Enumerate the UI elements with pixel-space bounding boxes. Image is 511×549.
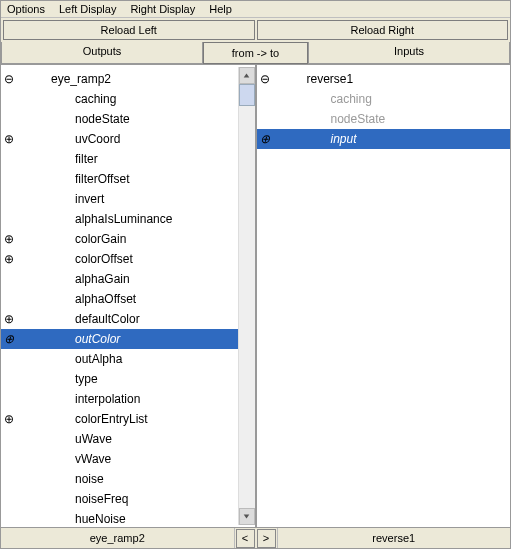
attr-row[interactable]: hueNoise [1,509,238,527]
attr-label: noiseFreq [17,489,128,509]
attr-row[interactable]: caching [257,89,511,109]
tree-node[interactable]: ⊖reverse1 [257,69,511,89]
expand-icon[interactable]: ⊕ [1,129,17,149]
right-panel: ⊖reverse1cachingnodeState⊕input [256,65,511,527]
attr-label: input [273,129,357,149]
attr-row[interactable]: uWave [1,429,238,449]
expand-icon[interactable]: ⊕ [1,409,17,429]
outputs-header: Outputs [1,42,203,64]
attr-row[interactable]: interpolation [1,389,238,409]
footer: eye_ramp2 < > reverse1 [1,527,510,548]
attr-label: alphaGain [17,269,130,289]
reload-right-button[interactable]: Reload Right [257,20,509,40]
attr-label: hueNoise [17,509,126,527]
inputs-header: Inputs [308,42,510,64]
attr-label: interpolation [17,389,140,409]
left-panel: ⊖eye_ramp2cachingnodeState⊕uvCoordfilter… [1,65,256,527]
attr-row[interactable]: alphaOffset [1,289,238,309]
attr-label: colorGain [17,229,126,249]
body: ⊖eye_ramp2cachingnodeState⊕uvCoordfilter… [1,64,510,527]
attr-row[interactable]: ⊕colorEntryList [1,409,238,429]
footer-mid: < > [235,528,277,548]
status-right: reverse1 [277,528,511,548]
attr-row[interactable]: type [1,369,238,389]
left-scrollbar[interactable] [238,67,255,525]
right-tree[interactable]: ⊖reverse1cachingnodeState⊕input [257,65,511,149]
attr-label: uWave [17,429,112,449]
menu-help[interactable]: Help [209,3,232,15]
node-label: eye_ramp2 [17,69,111,89]
expand-icon[interactable]: ⊕ [1,249,17,269]
attr-row[interactable]: invert [1,189,238,209]
expand-icon[interactable]: ⊕ [1,329,17,349]
attr-row[interactable]: ⊕input [257,129,511,149]
expand-icon[interactable]: ⊕ [257,129,273,149]
attr-row[interactable]: ⊕defaultColor [1,309,238,329]
attr-row[interactable]: ⊕colorOffset [1,249,238,269]
attr-row[interactable]: alphaGain [1,269,238,289]
expand-icon[interactable]: ⊕ [1,309,17,329]
attr-row[interactable]: caching [1,89,238,109]
reload-row: Reload Left Reload Right [1,18,510,42]
collapse-icon[interactable]: ⊖ [1,69,17,89]
node-label: reverse1 [273,69,354,89]
attr-row[interactable]: filterOffset [1,169,238,189]
menu-options[interactable]: Options [7,3,45,15]
attr-label: noise [17,469,104,489]
attr-label: caching [17,89,116,109]
attr-row[interactable]: filter [1,149,238,169]
attr-label: caching [273,89,372,109]
break-left-button[interactable]: < [236,529,255,548]
attr-row[interactable]: noiseFreq [1,489,238,509]
scroll-track[interactable] [239,84,255,508]
attr-label: nodeState [273,109,386,129]
direction-button[interactable]: from -> to [203,42,308,64]
left-tree[interactable]: ⊖eye_ramp2cachingnodeState⊕uvCoordfilter… [1,65,238,527]
expand-icon[interactable]: ⊕ [1,229,17,249]
attr-label: outAlpha [17,349,122,369]
attr-row[interactable]: ⊕uvCoord [1,129,238,149]
attr-label: alphaOffset [17,289,136,309]
attr-label: nodeState [17,109,130,129]
attr-row[interactable]: ⊕outColor [1,329,238,349]
scroll-down-arrow-icon[interactable] [239,508,255,525]
header-row: Outputs from -> to Inputs [1,42,510,64]
menu-bar: Options Left Display Right Display Help [1,1,510,18]
attr-row[interactable]: noise [1,469,238,489]
reload-left-button[interactable]: Reload Left [3,20,255,40]
attr-label: vWave [17,449,111,469]
attr-label: colorEntryList [17,409,148,429]
attr-label: alphaIsLuminance [17,209,172,229]
attr-label: defaultColor [17,309,140,329]
scroll-thumb[interactable] [239,84,255,106]
attr-row[interactable]: alphaIsLuminance [1,209,238,229]
menu-left-display[interactable]: Left Display [59,3,116,15]
attr-label: uvCoord [17,129,120,149]
collapse-icon[interactable]: ⊖ [257,69,273,89]
attr-row[interactable]: nodeState [257,109,511,129]
tree-node[interactable]: ⊖eye_ramp2 [1,69,238,89]
attr-label: colorOffset [17,249,133,269]
attr-row[interactable]: vWave [1,449,238,469]
scroll-up-arrow-icon[interactable] [239,67,255,84]
attr-label: type [17,369,98,389]
connect-right-button[interactable]: > [257,529,276,548]
attr-row[interactable]: outAlpha [1,349,238,369]
attr-label: filterOffset [17,169,129,189]
menu-right-display[interactable]: Right Display [130,3,195,15]
attr-label: filter [17,149,98,169]
attr-row[interactable]: ⊕colorGain [1,229,238,249]
attr-label: outColor [17,329,120,349]
status-left: eye_ramp2 [1,528,235,548]
attr-label: invert [17,189,104,209]
attr-row[interactable]: nodeState [1,109,238,129]
